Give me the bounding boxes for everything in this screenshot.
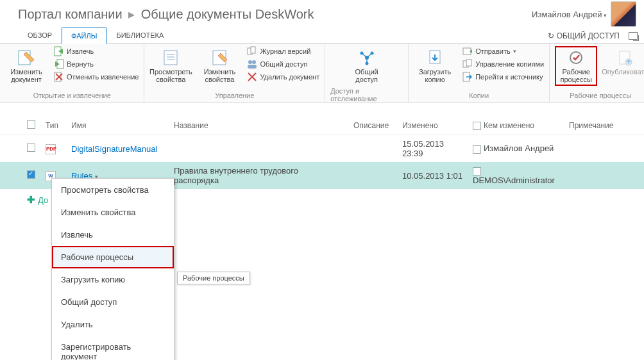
row-user-checkbox[interactable] (473, 167, 481, 176)
ribbon-group-open: Изменить документ Извлечь Вернуть Отмени… (0, 44, 144, 102)
discard-checkout-button[interactable]: Отменить извлечение (54, 72, 139, 82)
svg-line-22 (362, 53, 367, 58)
ctx-workflows[interactable]: Рабочие процессы (52, 246, 174, 268)
ctx-checkout[interactable]: Извлечь (52, 224, 174, 246)
col-note[interactable]: Примечание (564, 117, 644, 135)
ctx-register-document[interactable]: Зарегистрировать документ (52, 336, 174, 360)
svg-rect-12 (251, 47, 255, 53)
col-modified-by[interactable]: Кем изменено (468, 117, 564, 135)
share-small-button[interactable]: Общий доступ (247, 59, 319, 69)
col-name[interactable]: Имя (66, 117, 169, 135)
svg-point-14 (252, 60, 256, 64)
share-icon (357, 49, 377, 67)
col-desc[interactable]: Описание (348, 117, 397, 135)
ribbon-group-share-label: Доступ и отслеживание (330, 86, 403, 105)
ribbon-group-copies-label: Копии (469, 90, 489, 102)
delete-icon (247, 72, 257, 82)
ctx-view-properties[interactable]: Просмотреть свойства (52, 179, 174, 201)
row-checkbox[interactable] (27, 170, 35, 179)
checkin-icon (54, 59, 64, 69)
col-type[interactable]: Тип (40, 117, 66, 135)
cell-modified-by: DEMOS\Administrator (473, 176, 555, 185)
ctx-download-copy[interactable]: Загрузить копию (52, 268, 174, 291)
cell-modified: 10.05.2013 1:01 (397, 162, 468, 189)
col-modified[interactable]: Изменено (397, 117, 468, 135)
refresh-icon: ↻ (548, 31, 554, 40)
file-link[interactable]: DigitalSignatureManual (71, 144, 157, 154)
chevron-down-icon: ▾ (602, 12, 607, 19)
ribbon-tabs: ОБЗОР ФАЙЛЫ БИБЛИОТЕКА ↻ ОБЩИЙ ДОСТУП (0, 26, 644, 44)
ctx-delete[interactable]: Удалить (52, 313, 174, 336)
row-checkbox[interactable] (27, 143, 35, 152)
share-button[interactable]: ↻ ОБЩИЙ ДОСТУП (548, 31, 620, 40)
context-menu: Просмотреть свойства Изменить свойства И… (51, 178, 174, 360)
breadcrumb: Портал компании ▸ Общие документы DeskWo… (18, 6, 314, 22)
ctx-edit-properties[interactable]: Изменить свойства (52, 201, 174, 224)
svg-line-23 (367, 53, 372, 58)
page-header: Портал компании ▸ Общие документы DeskWo… (0, 0, 644, 26)
ribbon-group-workflows: Рабочие процессы Опубликовать Рабочие пр… (550, 44, 644, 102)
view-properties-icon (160, 49, 181, 67)
view-properties-button[interactable]: Просмотреть свойства (149, 46, 192, 86)
ribbon: Изменить документ Извлечь Вернуть Отмени… (0, 44, 644, 102)
version-history-button[interactable]: Журнал версий (247, 46, 319, 56)
ribbon-group-workflows-label: Рабочие процессы (570, 90, 631, 102)
svg-rect-28 (466, 60, 471, 66)
version-history-icon (247, 46, 257, 56)
user-menu[interactable]: Измайлов Андрей ▾ (532, 10, 607, 19)
download-copy-button[interactable]: Загрузить копию (414, 46, 456, 86)
people-icon (247, 59, 257, 69)
breadcrumb-current: Общие документы DeskWork (141, 7, 314, 21)
download-icon (425, 49, 445, 67)
discard-checkout-icon (54, 72, 64, 82)
goto-source-icon (462, 72, 473, 82)
filter-checkbox[interactable] (473, 122, 481, 130)
svg-rect-15 (248, 65, 257, 69)
goto-source-button[interactable]: Перейти к источнику (462, 72, 544, 82)
edit-document-icon (16, 49, 37, 67)
manage-copies-button[interactable]: Управление копиями (462, 59, 544, 69)
workflows-button[interactable]: Рабочие процессы (555, 46, 597, 86)
send-button[interactable]: Отправить ▾ (462, 46, 544, 56)
pdf-icon: PDF (46, 144, 56, 154)
ctx-share[interactable]: Общий доступ (52, 291, 174, 313)
col-title[interactable]: Название (169, 117, 348, 135)
tab-files[interactable]: ФАЙЛЫ (62, 28, 106, 44)
checkin-button[interactable]: Вернуть (54, 59, 139, 69)
delete-document-button[interactable]: Удалить документ (247, 72, 319, 82)
share-big-button[interactable]: Общий доступ (346, 46, 388, 86)
ribbon-group-open-label: Открытие и извлечение (33, 90, 111, 102)
svg-rect-3 (55, 72, 61, 81)
ribbon-group-manage-label: Управление (215, 90, 254, 102)
edit-properties-icon (209, 49, 230, 67)
cell-modified: 15.05.2013 23:39 (397, 135, 468, 163)
manage-copies-icon (462, 59, 473, 69)
edit-properties-button[interactable]: Изменить свойства (198, 46, 241, 86)
cell-modified-by: Измайлов Андрей (484, 143, 554, 153)
tab-library[interactable]: БИБЛИОТЕКА (106, 27, 173, 43)
avatar[interactable] (611, 1, 636, 27)
publish-icon (614, 49, 635, 67)
breadcrumb-root[interactable]: Портал компании (18, 7, 123, 21)
tab-overview[interactable]: ОБЗОР (18, 27, 62, 43)
table-row[interactable]: PDF DigitalSignatureManual 15.05.2013 23… (0, 135, 644, 163)
ribbon-group-share: Общий доступ Доступ и отслеживание (325, 44, 409, 102)
workflows-icon (566, 49, 586, 67)
breadcrumb-separator-icon: ▸ (128, 7, 135, 21)
select-all-checkbox[interactable] (27, 120, 35, 129)
column-headers: Тип Имя Название Описание Изменено Кем и… (0, 117, 644, 135)
row-user-checkbox[interactable] (473, 145, 481, 154)
ribbon-group-copies: Загрузить копию Отправить ▾ Управление к… (409, 44, 550, 102)
plus-icon: ✚ (27, 194, 35, 206)
header-user-area: Измайлов Андрей ▾ (532, 1, 636, 27)
send-icon (462, 46, 473, 56)
publish-button[interactable]: Опубликовать (604, 46, 644, 78)
cell-title (169, 135, 348, 163)
checkout-button[interactable]: Извлечь (54, 46, 139, 56)
svg-rect-6 (164, 51, 177, 65)
ribbon-group-manage: Просмотреть свойства Изменить свойства Ж… (144, 44, 325, 102)
svg-point-13 (248, 60, 252, 64)
edit-document-button[interactable]: Изменить документ (5, 46, 47, 86)
cell-title: Правила внутреннего трудового распорядка (169, 162, 348, 189)
focus-content-icon[interactable] (629, 32, 638, 40)
